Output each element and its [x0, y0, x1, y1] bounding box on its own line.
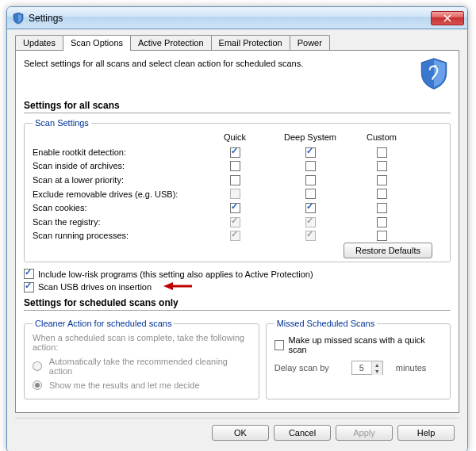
scan-settings-grid: QuickDeep SystemCustomEnable rootkit det… — [33, 132, 442, 241]
checkbox-quick — [230, 217, 240, 227]
checkbox-usb[interactable] — [24, 282, 34, 292]
checkbox-custom[interactable] — [377, 147, 387, 158]
radio-show-results — [33, 380, 42, 390]
label-delay-pre: Delay scan by — [274, 363, 329, 373]
checkbox-quick[interactable] — [230, 147, 240, 158]
svg-point-2 — [434, 65, 436, 67]
checkbox-custom[interactable] — [377, 217, 387, 227]
delay-value: 5 — [352, 363, 371, 373]
checkbox-quick[interactable] — [230, 175, 240, 185]
col-deep: Deep System — [271, 132, 350, 143]
checkbox-custom[interactable] — [377, 189, 387, 199]
content-area: Updates Scan Options Active Protection E… — [7, 29, 467, 451]
checkbox-custom[interactable] — [377, 203, 387, 213]
row-label: Scan at a lower priority: — [33, 175, 199, 185]
label-lowrisk: Include low-risk programs (this setting … — [38, 269, 313, 279]
checkbox-deep[interactable] — [305, 161, 316, 171]
checkbox-custom[interactable] — [377, 231, 387, 241]
scan-settings-legend: Scan Settings — [33, 118, 91, 128]
checkbox-deep[interactable] — [305, 147, 316, 158]
row-label: Scan running processes: — [33, 231, 199, 240]
close-icon — [443, 14, 451, 22]
section-scheduled: Settings for scheduled scans only — [24, 297, 451, 311]
tab-updates[interactable]: Updates — [15, 35, 63, 51]
missed-scans-group: Missed Scheduled Scans Make up missed sc… — [266, 319, 451, 399]
tab-body: Select settings for all scans and select… — [15, 50, 459, 413]
callout-arrow-icon — [163, 281, 192, 292]
tab-active-protection[interactable]: Active Protection — [130, 35, 212, 51]
label-auto-clean: Automatically take the recommended clean… — [49, 357, 251, 376]
tab-power[interactable]: Power — [290, 35, 330, 51]
restore-defaults-button[interactable]: Restore Defaults — [344, 243, 432, 258]
tab-strip: Updates Scan Options Active Protection E… — [15, 35, 459, 51]
row-label: Scan the registry: — [33, 217, 199, 227]
cancel-button[interactable]: Cancel — [274, 425, 331, 441]
checkbox-deep[interactable] — [305, 175, 316, 185]
checkbox-custom[interactable] — [377, 161, 387, 171]
cleaner-action-group: Cleaner Action for scheduled scans When … — [24, 319, 259, 399]
tab-scan-options[interactable]: Scan Options — [63, 35, 131, 51]
intro-text: Select settings for all scans and select… — [24, 57, 417, 68]
checkbox-deep — [305, 217, 316, 227]
settings-window: Settings Updates Scan Options Active Pro… — [6, 6, 468, 451]
checkbox-quick[interactable] — [230, 161, 240, 171]
cleaner-legend: Cleaner Action for scheduled scans — [33, 319, 174, 328]
checkbox-lowrisk[interactable] — [24, 269, 34, 279]
col-custom: Custom — [350, 132, 413, 143]
row-label: Scan inside of archives: — [33, 161, 199, 170]
checkbox-custom[interactable] — [377, 175, 387, 185]
row-label: Exclude removable drives (e.g. USB): — [33, 189, 199, 199]
label-usb: Scan USB drives on insertion — [38, 282, 152, 292]
window-title: Settings — [29, 13, 431, 24]
ok-button[interactable]: OK — [212, 425, 269, 441]
delay-spinner[interactable]: 5 ▲▼ — [351, 361, 383, 375]
checkbox-deep[interactable] — [305, 203, 316, 213]
app-icon — [12, 12, 25, 25]
checkbox-quick — [230, 189, 240, 199]
col-quick: Quick — [199, 132, 271, 143]
missed-legend: Missed Scheduled Scans — [274, 319, 378, 328]
dialog-footer: OK Cancel Apply Help — [15, 418, 459, 444]
checkbox-deep — [305, 231, 316, 241]
svg-marker-4 — [163, 282, 173, 290]
help-button[interactable]: Help — [397, 425, 455, 441]
checkbox-quick[interactable] — [230, 203, 240, 213]
spinner-arrows-icon[interactable]: ▲▼ — [371, 361, 382, 375]
titlebar: Settings — [7, 7, 467, 29]
label-makeup-scans: Make up missed scans with a quick scan — [288, 335, 442, 354]
checkbox-makeup-scans[interactable] — [274, 340, 285, 350]
apply-button[interactable]: Apply — [336, 425, 393, 441]
radio-auto-clean — [33, 361, 42, 371]
checkbox-quick — [230, 231, 240, 241]
shield-logo-icon — [417, 57, 451, 90]
row-label: Scan cookies: — [33, 203, 199, 212]
checkbox-deep[interactable] — [305, 189, 316, 199]
row-label: Enable rootkit detection: — [33, 147, 199, 157]
section-all-scans: Settings for all scans — [24, 100, 451, 113]
scan-settings-group: Scan Settings QuickDeep SystemCustomEnab… — [24, 118, 451, 262]
label-delay-post: minutes — [396, 363, 427, 373]
tab-email-protection[interactable]: Email Protection — [211, 35, 290, 51]
close-button[interactable] — [431, 11, 464, 25]
label-show-results: Show me the results and let me decide — [49, 380, 200, 390]
cleaner-desc: When a scheduled scan is complete, take … — [33, 333, 251, 352]
